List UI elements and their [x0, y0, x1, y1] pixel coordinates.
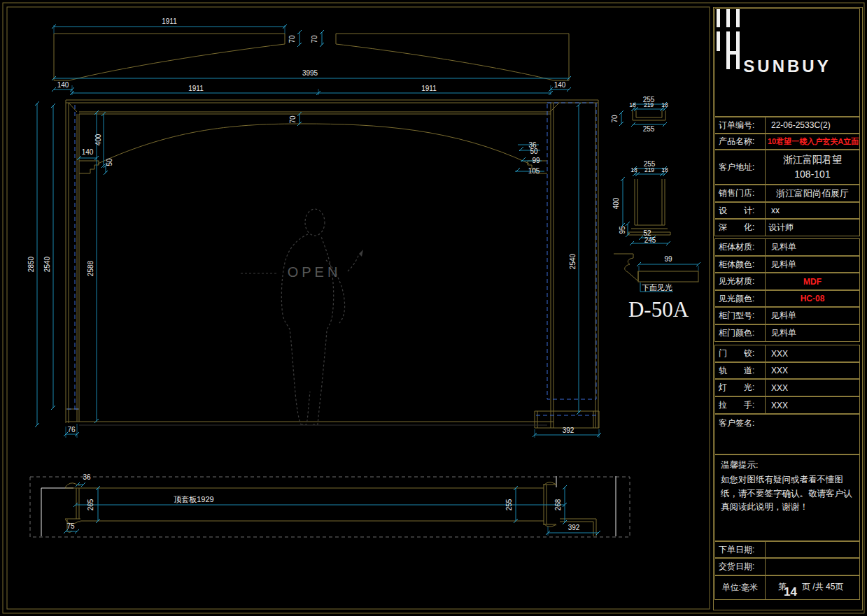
logo-cell: SUNBUY	[714, 8, 860, 117]
field-delivery-date: 交货日期:	[714, 558, 860, 575]
field-label: 门 铰:	[715, 345, 766, 361]
dashed-jamb-line	[67, 105, 598, 415]
field-door-model: 柜门型号: 见料单	[714, 307, 860, 324]
dim-plan-cap: 36	[83, 473, 91, 481]
crown-profile-detail: 99 下面见光 D-50A	[614, 254, 700, 322]
crown-board	[638, 271, 698, 282]
field-value	[766, 559, 859, 575]
field-handle: 拉 手: XXX	[714, 396, 860, 414]
dim-frame-height-right: 2540	[569, 253, 577, 269]
plan-section-drawing: 36 265 顶套板1929 75 255 268 392	[30, 473, 630, 537]
dim-panel-width: 1911	[162, 17, 177, 25]
dim-molding-50: 50	[530, 148, 538, 155]
field-value: 浙江富阳君望 108-101	[766, 150, 859, 184]
dim-base-right: 392	[563, 427, 575, 434]
dim-span-left: 1911	[188, 85, 204, 92]
notice-body: 如您对图纸有疑问或者看不懂图纸，请不要签字确认。敬请客户认真阅读此说明，谢谢！	[721, 473, 854, 514]
column-section-detail: 255 18 219 18 400 95 52 245	[612, 160, 670, 245]
dim-column-base-height: 95	[619, 226, 626, 234]
field-label: 柜门颜色:	[715, 325, 766, 341]
dim-plan-width-right: 392	[568, 524, 580, 531]
field-value: 见料单	[766, 325, 859, 341]
field-value: xx	[766, 203, 859, 218]
cad-sheet: 1911 70 70 3995 140 1911 1911 140 2850 2…	[0, 0, 867, 616]
page-number: 14	[784, 585, 797, 599]
field-label: 柜体材质:	[715, 239, 766, 255]
field-label: 订单编号:	[715, 117, 766, 133]
field-value: MDF	[766, 273, 859, 289]
channel-section-detail: 255 18 219 18 70 255	[611, 96, 668, 133]
field-value: 见料单	[766, 257, 859, 272]
silhouette-head	[305, 209, 325, 236]
dim-total-width: 3995	[302, 69, 318, 77]
field-label: 柜门型号:	[715, 308, 766, 324]
dim-column-mid: 219	[644, 166, 654, 173]
person-silhouette: OPEN	[241, 209, 363, 424]
field-product-name: 产品名称: 10君望一楼入户玄关A立面	[714, 134, 860, 150]
arrowhead	[359, 250, 363, 257]
field-label: 设 计:	[715, 203, 766, 218]
dim-arch-drop: 400	[94, 134, 102, 145]
dim-channel-lip-right: 18	[661, 101, 668, 108]
dim-channel-lip-left: 18	[629, 101, 636, 108]
dim-height-left: 70	[288, 35, 296, 43]
dim-crown-width: 99	[664, 255, 672, 263]
field-label: 下单日期:	[715, 542, 766, 557]
crown-note-label: 下面见光	[642, 283, 672, 292]
field-track: 轨 道: XXX	[714, 362, 860, 379]
field-label: 灯 光:	[715, 380, 766, 396]
dim-end-left: 140	[57, 81, 69, 89]
dim-opening-height: 2588	[87, 260, 94, 276]
field-label: 深 化:	[715, 220, 766, 236]
field-label: 销售门店:	[715, 185, 766, 201]
column-profile	[628, 179, 670, 235]
field-label: 柜体颜色:	[715, 257, 766, 272]
field-order-date: 下单日期:	[714, 541, 860, 558]
field-value: 见料单	[766, 239, 859, 255]
field-label: 交货日期:	[715, 559, 766, 575]
field-value: 设计师	[766, 220, 859, 236]
field-value: XXX	[766, 397, 859, 413]
sunbuy-logo-icon	[715, 9, 746, 69]
right-curved-panel	[336, 34, 569, 80]
field-sales-store: 销售门店: 浙江富阳尚佰展厅	[714, 185, 860, 202]
field-label: 见光材质:	[715, 273, 766, 289]
corbel-left	[79, 161, 99, 173]
field-value: XXX	[766, 345, 859, 361]
field-value: HC-08	[766, 291, 859, 306]
arch-curve	[98, 124, 529, 164]
channel-profile	[633, 110, 665, 120]
dashed-column-box	[547, 103, 596, 399]
detail-code-label: D-50A	[628, 297, 689, 322]
field-value	[766, 542, 859, 557]
field-door-color: 柜门颜色: 见料单	[714, 324, 860, 342]
field-designer: 设 计: xx	[714, 202, 860, 219]
dim-molding-105: 105	[528, 167, 540, 175]
field-customer-signature: 客户签名:	[714, 414, 860, 454]
field-value: XXX	[766, 380, 859, 396]
plan-dashed-border	[30, 477, 630, 537]
page-suffix: 页 /共 45页	[802, 581, 843, 593]
dim-plan-depth-mid: 255	[505, 499, 513, 510]
field-value: XXX	[766, 363, 859, 378]
notice-title: 温馨提示:	[721, 459, 854, 472]
dim-column-height: 400	[612, 197, 620, 209]
top-detail-drawing: 1911 70 70 3995 140 1911 1911 140	[52, 17, 571, 95]
field-lighting: 灯 光: XXX	[714, 379, 860, 396]
field-hinge: 门 铰: XXX	[714, 345, 860, 362]
field-value: 22-06-2533C(2)	[766, 117, 859, 133]
field-visible-color: 见光颜色: HC-08	[714, 290, 860, 307]
field-label: 轨 道:	[715, 363, 766, 378]
swing-arrow-right	[348, 254, 359, 271]
page-info: 第 页 /共 45页 14	[766, 576, 859, 599]
silhouette-body	[281, 234, 333, 424]
field-label: 见光颜色:	[715, 291, 766, 306]
dim-total-height: 2850	[27, 256, 35, 272]
open-label: OPEN	[288, 264, 341, 280]
field-customer-address: 客户地址: 浙江富阳君望 108-101	[714, 150, 860, 185]
dim-plan-depth-left: 265	[87, 499, 94, 510]
crown-profile	[614, 254, 638, 281]
dim-end-right: 140	[554, 81, 566, 89]
dim-frame-height-left: 2540	[43, 256, 51, 272]
dim-column-lip-right: 18	[661, 166, 668, 173]
